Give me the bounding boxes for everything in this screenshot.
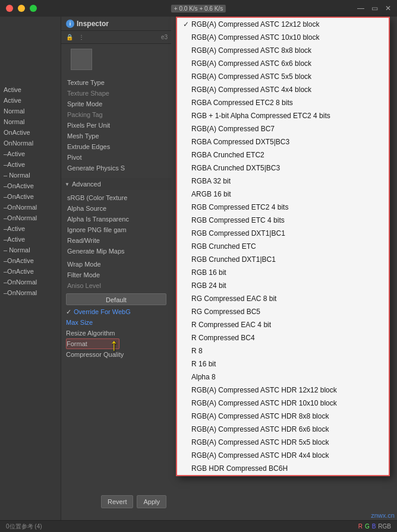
list-item[interactable]: RGB(A) Compressed ASTC HDR 4x4 block bbox=[177, 449, 389, 462]
aniso-level-row: Aniso Level bbox=[61, 280, 171, 291]
list-item[interactable]: ✓RGB(A) Compressed ASTC 12x12 block bbox=[177, 18, 389, 31]
list-item[interactable]: –OnNormal bbox=[0, 202, 61, 213]
win-minimize[interactable]: — bbox=[357, 4, 364, 12]
list-item[interactable]: RGBA Crunched DXT5|BC3 bbox=[177, 162, 389, 175]
read-write-row: Read/Write bbox=[61, 235, 171, 246]
list-item[interactable]: Active bbox=[0, 95, 61, 106]
override-webg-row: ✓ Override For WebG bbox=[66, 306, 166, 317]
dropdown-item-label: ARGB 16 bit bbox=[191, 190, 231, 198]
list-item[interactable]: RGB 24 bit bbox=[177, 279, 389, 292]
list-item[interactable]: RGB Crunched DXT1|BC1 bbox=[177, 253, 389, 266]
texture-shape-label: Texture Shape bbox=[67, 90, 109, 97]
default-button[interactable]: Default bbox=[66, 293, 166, 305]
win-close[interactable]: ✕ bbox=[385, 4, 391, 12]
list-item[interactable]: RGB(A) Compressed ASTC 5x5 block bbox=[177, 70, 389, 83]
list-item[interactable]: RGB(A) Compressed ASTC 10x10 block bbox=[177, 31, 389, 44]
list-item[interactable]: –Active bbox=[0, 234, 61, 245]
list-item[interactable]: RG Compressed EAC 8 bit bbox=[177, 292, 389, 305]
win-restore[interactable]: ▭ bbox=[371, 4, 378, 12]
list-item[interactable]: –OnActive bbox=[0, 191, 61, 202]
list-item[interactable]: Alpha 8 bbox=[177, 370, 389, 384]
list-item[interactable]: RGB(A) Compressed ASTC HDR 5x5 block bbox=[177, 436, 389, 449]
list-item[interactable]: R 16 bit bbox=[177, 357, 389, 370]
max-size-label[interactable]: Max Size bbox=[66, 319, 93, 326]
generate-physics-label: Generate Physics S bbox=[67, 164, 125, 172]
list-item[interactable]: Normal bbox=[0, 116, 61, 127]
list-item[interactable]: R Compressed EAC 4 bit bbox=[177, 318, 389, 331]
advanced-label: Advanced bbox=[72, 180, 101, 188]
sprite-mode-label: Sprite Mode bbox=[67, 100, 102, 107]
dropdown-item-label: R Compressed EAC 4 bit bbox=[191, 321, 271, 329]
list-item[interactable]: OnActive bbox=[0, 127, 61, 138]
list-item[interactable]: RGB Crunched ETC bbox=[177, 240, 389, 253]
list-item[interactable]: –OnNormal bbox=[0, 213, 61, 223]
rgb-indicator: R G B RGB bbox=[358, 523, 391, 530]
list-item[interactable]: –OnActive bbox=[0, 180, 61, 191]
minimize-button[interactable] bbox=[18, 5, 25, 12]
status-bar: 0位置参考 (4) R G B RGB bbox=[0, 520, 397, 532]
list-item[interactable]: RGB(A) Compressed BC7 bbox=[177, 122, 389, 135]
pivot-label: Pivot bbox=[67, 154, 81, 161]
list-item[interactable]: OnNormal bbox=[0, 138, 61, 148]
list-item[interactable]: R 8 bbox=[177, 344, 389, 357]
status-position: 0位置参考 (4) bbox=[6, 522, 42, 531]
list-item[interactable]: RGB(A) Compressed ASTC 6x6 block bbox=[177, 57, 389, 70]
list-item[interactable]: RGB(A) Compressed ASTC 4x4 block bbox=[177, 83, 389, 96]
list-item[interactable]: RGB Compressed ETC 4 bits bbox=[177, 214, 389, 227]
list-item[interactable]: Normal bbox=[0, 106, 61, 116]
list-item[interactable]: RGB(A) Compressed ASTC HDR 10x10 block bbox=[177, 397, 389, 410]
list-item[interactable]: – Normal bbox=[0, 170, 61, 180]
apply-button[interactable]: Apply bbox=[137, 495, 166, 508]
texture-shape-row: Texture Shape bbox=[61, 88, 171, 99]
list-item[interactable]: RGB(A) Compressed ASTC HDR 6x6 block bbox=[177, 423, 389, 436]
dropdown-item-label: RGBA Crunched DXT5|BC3 bbox=[191, 164, 280, 172]
main-layout: Active Active Normal Normal OnActive OnN… bbox=[0, 17, 397, 532]
list-item[interactable]: –OnActive bbox=[0, 255, 61, 266]
rgb-b: B bbox=[372, 523, 376, 530]
aniso-level-label: Aniso Level bbox=[67, 282, 101, 289]
advanced-body: sRGB (Color Texture Alpha Source Alpha I… bbox=[61, 190, 171, 259]
list-item[interactable]: ARGB 16 bit bbox=[177, 188, 389, 201]
list-item[interactable]: RGB Compressed DXT1|BC1 bbox=[177, 227, 389, 240]
toolbar-menu[interactable]: ⋮ bbox=[77, 33, 86, 42]
list-item[interactable]: RG Compressed BC5 bbox=[177, 305, 389, 318]
list-item[interactable]: –Active bbox=[0, 159, 61, 170]
inspector-title: Inspector bbox=[77, 20, 109, 28]
dropdown-item-label: RGB(A) Compressed BC7 bbox=[191, 125, 275, 133]
list-item[interactable]: RGB(A) Compressed ASTC HDR 12x12 block bbox=[177, 384, 389, 397]
list-item[interactable]: –Active bbox=[0, 148, 61, 159]
wrap-mode-label: Wrap Mode bbox=[67, 261, 101, 268]
list-item[interactable]: RGBA Compressed ETC2 8 bits bbox=[177, 96, 389, 109]
toolbar-lock[interactable]: 🔒 bbox=[65, 33, 74, 42]
dropdown-item-label: RGB(A) Compressed ASTC 8x8 block bbox=[191, 46, 311, 55]
maximize-button[interactable] bbox=[30, 5, 37, 12]
list-item[interactable]: RGB(A) Compressed ASTC 8x8 block bbox=[177, 44, 389, 57]
check-icon: ✓ bbox=[183, 20, 191, 28]
texture-preview bbox=[71, 49, 92, 70]
list-item[interactable]: –OnNormal bbox=[0, 287, 61, 298]
list-item[interactable]: Active bbox=[0, 84, 61, 95]
revert-button[interactable]: Revert bbox=[101, 495, 133, 508]
list-item[interactable]: RGBA 32 bit bbox=[177, 175, 389, 188]
list-item[interactable]: RGB 16 bit bbox=[177, 266, 389, 279]
list-item[interactable]: RGB HDR Compressed BC6H bbox=[177, 462, 389, 475]
list-item[interactable]: RGB(A) Compressed ASTC HDR 8x8 block bbox=[177, 410, 389, 423]
list-item[interactable]: RGB + 1-bit Alpha Compressed ETC2 4 bits bbox=[177, 109, 389, 122]
list-item[interactable]: R Compressed BC4 bbox=[177, 331, 389, 344]
list-item[interactable]: RGB Compressed ETC2 4 bits bbox=[177, 201, 389, 214]
mesh-type-label: Mesh Type bbox=[67, 132, 99, 140]
list-item[interactable]: –OnNormal bbox=[0, 277, 61, 287]
list-item[interactable]: RGBA Crunched ETC2 bbox=[177, 148, 389, 162]
list-item[interactable]: RGBA Compressed DXT5|BC3 bbox=[177, 135, 389, 148]
list-item[interactable]: –Active bbox=[0, 223, 61, 234]
ignore-png-row: Ignore PNG file gam bbox=[61, 224, 171, 235]
format-dropdown[interactable]: ✓RGB(A) Compressed ASTC 12x12 blockRGB(A… bbox=[176, 17, 390, 476]
dropdown-item-label: RG Compressed EAC 8 bit bbox=[191, 294, 276, 303]
pixels-per-unit-row: Pixels Per Unit bbox=[61, 120, 171, 131]
close-button[interactable] bbox=[6, 5, 13, 12]
list-item[interactable]: –OnActive bbox=[0, 266, 61, 277]
dropdown-item-label: RGB Compressed DXT1|BC1 bbox=[191, 229, 285, 238]
resize-algorithm-label: Resize Algorithm bbox=[66, 330, 115, 337]
list-item[interactable]: – Normal bbox=[0, 245, 61, 255]
advanced-section[interactable]: ▼ Advanced bbox=[61, 178, 171, 190]
